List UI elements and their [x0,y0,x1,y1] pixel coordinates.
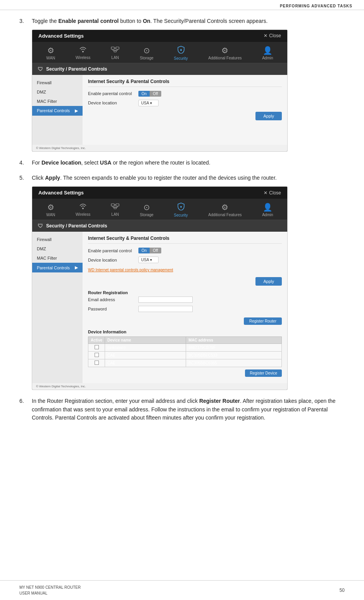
svg-rect-5 [114,50,116,52]
checkbox-2[interactable] [95,353,99,357]
page-header: PERFORMING ADVANCED TASKS [0,0,364,10]
nav-wan-label-2: WAN [46,213,55,217]
admin-icon-2: 👤 [263,203,273,212]
device-name-2: CAE [105,352,186,359]
toggle-off-2[interactable]: Off [150,248,161,253]
email-input[interactable] [138,297,193,303]
nav-wan-1[interactable]: ⚙ WAN [43,45,58,61]
nav-security-1[interactable]: Security [171,45,191,61]
menu-macfilter-2[interactable]: MAC Filter [32,253,83,263]
nav-storage-label-1: Storage [140,56,154,60]
svg-rect-9 [111,204,114,206]
panel-title-2: Internet Security & Parental Controls [88,236,282,244]
shield-icon-1: 🛡 [38,66,43,72]
device-table: Active Device name MAC address (unknown)… [88,336,282,367]
screenshot-2: Advanced Settings ✕ Close ⚙ WAN [32,186,288,390]
mac-2: BC305BBEC533 [186,352,282,359]
form-row-password: Password [88,306,282,312]
adv-body-1: Firewall DMZ MAC Filter Parental Control… [32,75,287,145]
toggle-on-2[interactable]: On [138,248,150,253]
section-title-1: Security / Parental Controls [46,66,107,72]
adv-settings-2: Advanced Settings ✕ Close ⚙ WAN [32,187,287,390]
table-row: CAE BC305BBC0365 [88,359,282,367]
active-cell-3 [88,359,105,367]
menu-parental-1[interactable]: Parental Controls ▶ [32,106,83,116]
form-row-enable-2: Enable parental control On Off [88,248,282,253]
wan-icon-2: ⚙ [47,203,54,212]
col-active: Active [88,337,105,344]
nav-additional-label-2: Additional Features [208,213,242,217]
form-row-location-1: Device location USA ▾ [88,100,282,106]
nav-wireless-2[interactable]: Wireless [72,202,93,218]
nav-storage-2[interactable]: ⊙ Storage [137,202,157,218]
wireless-icon-2 [79,203,87,212]
active-cell-1 [88,344,105,352]
nav-additional-1[interactable]: ⚙ Additional Features [205,45,245,61]
enable-label-1: Enable parental control [88,91,135,96]
register-router-btn[interactable]: Register Router [244,317,282,325]
step-5-num: 5. [19,174,29,182]
location-label-2: Device location [88,258,135,262]
nav-security-2[interactable]: Security [171,202,191,218]
nav-security-label-1: Security [174,56,188,61]
toggle-on-1[interactable]: On [138,91,150,97]
apply-btn-1[interactable]: Apply [255,112,282,120]
adv-close-btn-1[interactable]: ✕ Close [264,33,281,38]
nav-lan-1[interactable]: LAN [108,45,122,61]
svg-point-16 [180,206,182,208]
additional-icon-2: ⚙ [221,203,228,212]
register-device-row: Register Device [88,367,282,379]
nav-admin-2[interactable]: 👤 Admin [259,202,276,218]
menu-dmz-2[interactable]: DMZ [32,244,83,253]
nav-admin-1[interactable]: 👤 Admin [259,45,276,61]
step-3-line: 3. Toggle the Enable parental control bu… [19,17,345,26]
menu-parental-2[interactable]: Parental Controls ▶ [32,263,83,272]
password-input[interactable] [138,306,193,312]
menu-firewall-1[interactable]: Firewall [32,78,83,87]
adv-header-title-1: Advanced Settings [38,33,84,39]
close-label-2: Close [269,190,281,196]
checkbox-3[interactable] [95,361,99,365]
toggle-group-1[interactable]: On Off [138,91,161,97]
menu-arrow-1: ▶ [75,108,78,113]
menu-firewall-2[interactable]: Firewall [32,235,83,244]
nav-lan-2[interactable]: LAN [108,202,122,218]
location-select-2[interactable]: USA ▾ [138,257,159,263]
footer-page-num: 50 [340,588,345,593]
register-device-btn[interactable]: Register Device [245,369,282,377]
nav-lan-label-2: LAN [111,212,119,217]
svg-rect-1 [116,47,119,49]
svg-rect-0 [111,47,114,49]
left-menu-2: Firewall DMZ MAC Filter Parental Control… [32,232,83,383]
location-select-1[interactable]: USA ▾ [138,100,159,106]
menu-macfilter-1[interactable]: MAC Filter [32,97,83,106]
nav-additional-2[interactable]: ⚙ Additional Features [205,202,245,218]
nav-wireless-label-1: Wireless [76,55,90,60]
close-label-1: Close [269,33,281,38]
checkbox-1[interactable] [95,345,99,349]
nav-wan-label-1: WAN [46,56,55,60]
close-x-icon-2: ✕ [264,190,267,196]
close-x-icon-1: ✕ [264,33,267,38]
page-footer: MY NET N900 CENTRAL ROUTER USER MANUAL 5… [0,580,364,600]
step-5-block: 5. Click Apply. The screen expands to en… [19,174,345,390]
nav-storage-1[interactable]: ⊙ Storage [137,45,157,61]
security-icon-1 [178,46,185,55]
toggle-off-1[interactable]: Off [150,91,161,97]
apply-btn-2[interactable]: Apply [255,277,282,286]
parental-link[interactable]: WD Internet parental controls policy man… [88,268,173,272]
step-3-num: 3. [19,17,29,26]
mac-1: 8887179CB79F [186,344,282,352]
step-6-num: 6. [19,397,29,422]
footer-left: MY NET N900 CENTRAL ROUTER USER MANUAL [19,584,81,596]
nav-wireless-1[interactable]: Wireless [72,45,93,61]
form-row-location-2: Device location USA ▾ [88,257,282,263]
menu-dmz-1[interactable]: DMZ [32,87,83,97]
device-name-1: (unknown) [105,344,186,352]
nav-wan-2[interactable]: ⚙ WAN [43,202,58,218]
register-router-row: Register Router [88,315,282,327]
adv-close-btn-2[interactable]: ✕ Close [264,190,281,196]
toggle-group-2[interactable]: On Off [138,248,161,253]
step-6-text: In the Router Registration section, ente… [32,397,345,422]
form-row-email: Email address [88,297,282,303]
